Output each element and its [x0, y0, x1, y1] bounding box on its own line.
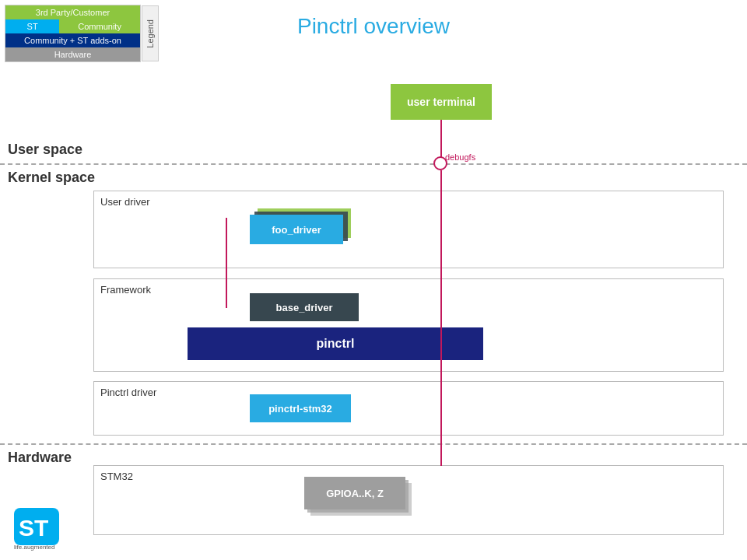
debugfs-label: debugfs	[445, 152, 475, 162]
pinctrl-text: pinctrl	[317, 337, 355, 351]
svg-text:life.augmented: life.augmented	[14, 544, 54, 551]
stm32-section: STM32 GPIOA..K, Z	[93, 465, 724, 535]
user-driver-section: User driver foo_driver	[93, 191, 724, 268]
connector-terminal-to-circle	[440, 120, 442, 157]
divider-kernel-hardware	[0, 443, 747, 445]
pinctrl-driver-label: Pinctrl driver	[100, 387, 156, 398]
pinctrl-block: pinctrl	[188, 327, 483, 360]
hardware-space-label: Hardware	[8, 450, 72, 466]
base-driver-block: base_driver	[250, 293, 359, 321]
pinctrl-stm32-block: pinctrl-stm32	[250, 394, 351, 422]
kernel-space-label: Kernel space	[8, 170, 95, 186]
pinctrl-driver-section: Pinctrl driver pinctrl-stm32	[93, 381, 724, 436]
foo-driver-block: foo_driver	[250, 215, 343, 244]
legend-label: Legend	[146, 19, 155, 48]
gpio-text: GPIOA..K, Z	[326, 488, 384, 499]
user-space-label: User space	[8, 142, 82, 158]
legend-box: 3rd Party/Customer ST Community Communit…	[5, 5, 141, 62]
gpio-block: GPIOA..K, Z	[304, 477, 405, 509]
base-driver-text: base_driver	[276, 302, 333, 313]
connector-foo-to-base	[226, 218, 227, 308]
foo-driver-text: foo_driver	[272, 224, 321, 236]
user-terminal-label: user terminal	[407, 96, 475, 108]
st-logo: ST life.augmented	[14, 508, 65, 551]
legend-st: ST	[5, 19, 59, 33]
user-terminal-block: user terminal	[391, 84, 492, 120]
legend-third-party: 3rd Party/Customer	[5, 5, 140, 19]
circle-node-debugfs	[433, 156, 447, 170]
legend-community: Community	[59, 19, 140, 33]
user-driver-label: User driver	[100, 196, 150, 208]
pinctrl-stm32-text: pinctrl-stm32	[268, 403, 332, 415]
divider-user-kernel	[0, 163, 747, 165]
stm32-label: STM32	[100, 471, 133, 482]
svg-text:ST: ST	[19, 515, 48, 541]
framework-label: Framework	[100, 284, 151, 296]
legend-hardware: Hardware	[5, 47, 140, 61]
framework-section: Framework base_driver pinctrl	[93, 278, 724, 372]
legend-community-st: Community + ST adds-on	[5, 33, 140, 47]
connector-circle-down	[440, 170, 442, 466]
